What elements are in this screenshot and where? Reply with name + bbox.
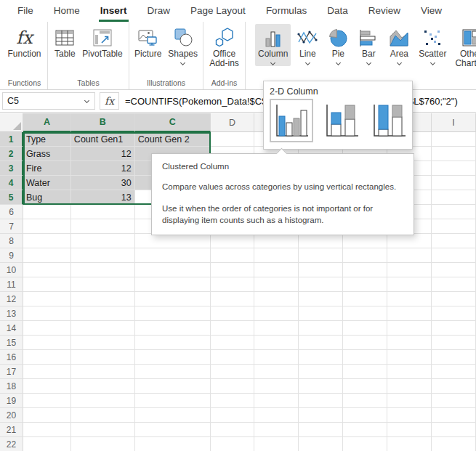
cell-E18[interactable] <box>254 379 299 394</box>
cell-I20[interactable] <box>432 408 476 423</box>
cell-D13[interactable] <box>211 306 255 321</box>
cell-G19[interactable] <box>343 394 387 408</box>
cell-A10[interactable] <box>23 263 71 277</box>
cell-A13[interactable] <box>23 306 71 321</box>
cell-D12[interactable] <box>211 292 255 306</box>
scatter-chart-chevron-icon[interactable] <box>430 60 435 65</box>
row-header-12[interactable]: 12 <box>0 292 23 306</box>
cell-C9[interactable] <box>135 248 211 263</box>
cell-B19[interactable] <box>71 394 135 408</box>
area-chart-button[interactable]: Area <box>385 24 413 66</box>
hundred-percent-stacked-column-option[interactable] <box>370 103 408 139</box>
name-box-chevron-icon[interactable] <box>84 97 89 102</box>
cell-C21[interactable] <box>135 423 211 437</box>
cell-E20[interactable] <box>254 408 299 423</box>
cell-B1[interactable]: Count Gen1 <box>71 132 135 147</box>
cell-A18[interactable] <box>23 379 71 394</box>
cell-H9[interactable] <box>387 248 432 263</box>
cell-H20[interactable] <box>387 408 432 423</box>
tab-home[interactable]: Home <box>44 0 90 22</box>
cell-B4[interactable]: 30 <box>71 176 135 190</box>
line-chart-button[interactable]: Line <box>294 24 321 66</box>
cell-I11[interactable] <box>432 277 476 292</box>
cell-I17[interactable] <box>432 365 476 379</box>
cell-I16[interactable] <box>432 350 476 365</box>
cell-F8[interactable] <box>299 234 343 248</box>
cell-F10[interactable] <box>299 263 343 277</box>
shapes-button[interactable]: Shapes <box>165 24 201 66</box>
cell-G18[interactable] <box>343 379 387 394</box>
cell-C22[interactable] <box>135 437 211 451</box>
cell-D19[interactable] <box>211 394 255 408</box>
cell-E12[interactable] <box>254 292 299 306</box>
cell-E14[interactable] <box>254 321 299 336</box>
cell-B18[interactable] <box>71 379 135 394</box>
tab-review[interactable]: Review <box>358 0 411 22</box>
cell-C11[interactable] <box>135 277 211 292</box>
row-header-15[interactable]: 15 <box>0 336 23 350</box>
tab-formulas[interactable]: Formulas <box>256 0 317 22</box>
cell-H17[interactable] <box>387 365 432 379</box>
cell-D18[interactable] <box>211 379 255 394</box>
column-chart-button[interactable]: Column <box>255 24 291 66</box>
pivottable-button[interactable]: PivotTable <box>79 24 125 60</box>
column-header-B[interactable]: B <box>71 113 135 132</box>
cell-H16[interactable] <box>387 350 432 365</box>
cell-B16[interactable] <box>71 350 135 365</box>
cell-A19[interactable] <box>23 394 71 408</box>
cell-A8[interactable] <box>23 234 71 248</box>
cell-E17[interactable] <box>254 365 299 379</box>
other-charts-button[interactable]: Other Charts <box>452 24 476 70</box>
column-header-I[interactable]: I <box>432 113 476 132</box>
cell-E16[interactable] <box>254 350 299 365</box>
cell-F17[interactable] <box>299 365 343 379</box>
cell-F14[interactable] <box>299 321 343 336</box>
cell-G21[interactable] <box>343 423 387 437</box>
cell-F20[interactable] <box>299 408 343 423</box>
cell-E10[interactable] <box>254 263 299 277</box>
cell-B22[interactable] <box>71 437 135 451</box>
cell-H12[interactable] <box>387 292 432 306</box>
cell-H22[interactable] <box>387 437 432 451</box>
cell-G13[interactable] <box>343 306 387 321</box>
tab-file[interactable]: File <box>7 0 44 22</box>
table-button[interactable]: Table <box>51 24 78 60</box>
cell-B10[interactable] <box>71 263 135 277</box>
cell-A5[interactable]: Bug <box>23 190 71 205</box>
cell-G20[interactable] <box>343 408 387 423</box>
cell-B17[interactable] <box>71 365 135 379</box>
cell-G8[interactable] <box>343 234 387 248</box>
cell-I15[interactable] <box>432 336 476 350</box>
cell-C8[interactable] <box>135 234 211 248</box>
cell-E21[interactable] <box>254 423 299 437</box>
column-chart-chevron-icon[interactable] <box>270 60 275 65</box>
cell-A4[interactable]: Water <box>23 176 71 190</box>
cell-B13[interactable] <box>71 306 135 321</box>
cell-I14[interactable] <box>432 321 476 336</box>
formula-input[interactable]: =COUNTIFS(Pokemon_Data!$C$ <box>125 96 267 107</box>
cell-D1[interactable] <box>211 132 255 147</box>
cell-A3[interactable]: Fire <box>23 161 71 176</box>
cell-D16[interactable] <box>211 350 255 365</box>
cell-I1[interactable] <box>432 132 476 147</box>
cell-D11[interactable] <box>211 277 255 292</box>
cell-G12[interactable] <box>343 292 387 306</box>
office-addins-button[interactable]: Office Add-ins <box>205 24 244 70</box>
cell-I4[interactable] <box>432 176 476 190</box>
cell-G10[interactable] <box>343 263 387 277</box>
cell-F19[interactable] <box>299 394 343 408</box>
cell-G17[interactable] <box>343 365 387 379</box>
cell-B8[interactable] <box>71 234 135 248</box>
cell-G9[interactable] <box>343 248 387 263</box>
cell-A9[interactable] <box>23 248 71 263</box>
cell-B21[interactable] <box>71 423 135 437</box>
row-header-2[interactable]: 2 <box>0 147 23 161</box>
cell-H11[interactable] <box>387 277 432 292</box>
cell-F9[interactable] <box>299 248 343 263</box>
row-header-3[interactable]: 3 <box>0 161 23 176</box>
row-header-16[interactable]: 16 <box>0 350 23 365</box>
cell-C12[interactable] <box>135 292 211 306</box>
cell-C20[interactable] <box>135 408 211 423</box>
row-header-20[interactable]: 20 <box>0 408 23 423</box>
cell-I10[interactable] <box>432 263 476 277</box>
